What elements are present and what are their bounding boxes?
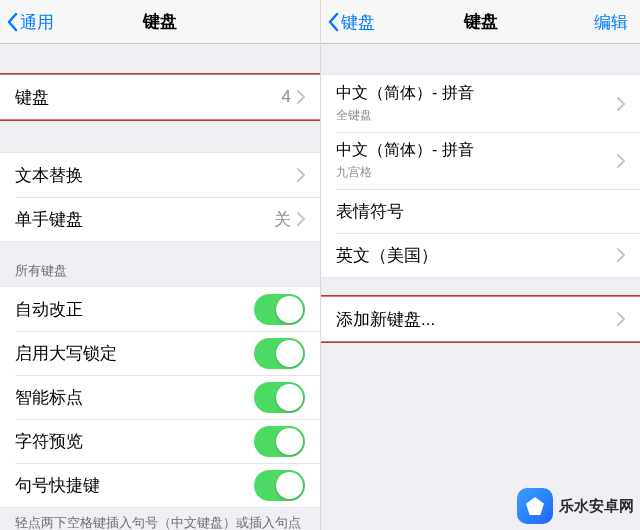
one-handed-row[interactable]: 单手键盘 关 — [0, 197, 320, 241]
settings-keyboard-pane: 通用 键盘 键盘 4 文本替换 单手键盘 关 — [0, 0, 320, 530]
chevron-right-icon — [297, 212, 305, 226]
keyboards-list-group: 中文（简体）- 拼音 全键盘 中文（简体）- 拼音 九宫格 表情符号 — [321, 74, 640, 278]
chevron-right-icon — [617, 154, 625, 168]
chevron-right-icon — [617, 97, 625, 111]
cell-label: 智能标点 — [15, 386, 254, 409]
chevron-left-icon — [327, 12, 339, 32]
chevron-left-icon — [6, 12, 18, 32]
cell-sublabel: 九宫格 — [336, 164, 617, 181]
char-preview-toggle[interactable] — [254, 426, 305, 457]
cell-label: 字符预览 — [15, 430, 254, 453]
nav-title: 键盘 — [143, 10, 177, 33]
cell-value: 4 — [282, 87, 291, 107]
nav-back-label: 键盘 — [341, 11, 375, 34]
chevron-right-icon — [617, 312, 625, 326]
keyboard-row-pinyin-9grid[interactable]: 中文（简体）- 拼音 九宫格 — [321, 132, 640, 189]
navbar-right: 键盘 键盘 编辑 — [321, 0, 640, 44]
cell-label: 文本替换 — [15, 164, 297, 187]
toggles-group: 自动改正 启用大写锁定 智能标点 字符预览 句号快捷键 — [0, 286, 320, 508]
nav-title: 键盘 — [464, 10, 498, 33]
keyboard-row-pinyin-full[interactable]: 中文（简体）- 拼音 全键盘 — [321, 75, 640, 132]
section-header-all-keyboards: 所有键盘 — [0, 256, 320, 286]
period-shortcut-row: 句号快捷键 — [0, 463, 320, 507]
section-footer-period: 轻点两下空格键插入句号（中文键盘）或插入句点与空格（其他键盘）。 — [0, 508, 320, 530]
keyboard-row-emoji[interactable]: 表情符号 — [321, 189, 640, 233]
keyboards-list-pane: 键盘 键盘 编辑 中文（简体）- 拼音 全键盘 中文（简体）- 拼音 九宫 — [320, 0, 640, 530]
cell-label: 自动改正 — [15, 298, 254, 321]
add-keyboard-group: 添加新键盘... — [321, 296, 640, 342]
nav-back-general[interactable]: 通用 — [6, 0, 54, 44]
text-group: 文本替换 单手键盘 关 — [0, 152, 320, 242]
cell-label: 键盘 — [15, 86, 282, 109]
keyboards-row[interactable]: 键盘 4 — [0, 75, 320, 119]
keyboard-row-english-us[interactable]: 英文（美国） — [321, 233, 640, 277]
nav-back-label: 通用 — [20, 11, 54, 34]
caps-lock-row: 启用大写锁定 — [0, 331, 320, 375]
cell-label: 添加新键盘... — [336, 308, 617, 331]
navbar-left: 通用 键盘 — [0, 0, 320, 44]
cell-label: 英文（美国） — [336, 244, 617, 267]
smart-punct-row: 智能标点 — [0, 375, 320, 419]
cell-label: 中文（简体）- 拼音 — [336, 83, 617, 104]
nav-edit-button[interactable]: 编辑 — [594, 0, 628, 44]
nav-edit-label: 编辑 — [594, 11, 628, 34]
auto-correct-row: 自动改正 — [0, 287, 320, 331]
cell-sublabel: 全键盘 — [336, 107, 617, 124]
watermark-text: 乐水安卓网 — [559, 497, 634, 516]
caps-lock-toggle[interactable] — [254, 338, 305, 369]
smart-punct-toggle[interactable] — [254, 382, 305, 413]
cell-label: 中文（简体）- 拼音 — [336, 140, 617, 161]
chevron-right-icon — [297, 90, 305, 104]
cell-value: 关 — [274, 208, 291, 231]
add-new-keyboard-row[interactable]: 添加新键盘... — [321, 297, 640, 341]
keyboards-count-group: 键盘 4 — [0, 74, 320, 120]
char-preview-row: 字符预览 — [0, 419, 320, 463]
cell-label: 句号快捷键 — [15, 474, 254, 497]
period-shortcut-toggle[interactable] — [254, 470, 305, 501]
nav-back-keyboards[interactable]: 键盘 — [327, 0, 375, 44]
chevron-right-icon — [617, 248, 625, 262]
chevron-right-icon — [297, 168, 305, 182]
cell-label: 启用大写锁定 — [15, 342, 254, 365]
cell-label: 表情符号 — [336, 200, 625, 223]
text-replacement-row[interactable]: 文本替换 — [0, 153, 320, 197]
cell-label: 单手键盘 — [15, 208, 274, 231]
watermark-logo-icon — [517, 488, 553, 524]
watermark: 乐水安卓网 — [517, 488, 634, 524]
auto-correct-toggle[interactable] — [254, 294, 305, 325]
